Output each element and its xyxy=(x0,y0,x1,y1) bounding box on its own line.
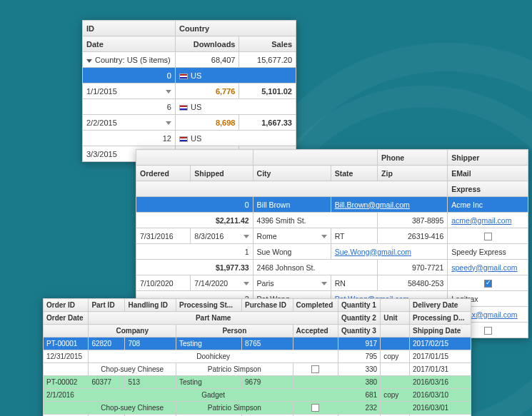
col[interactable]: Order ID xyxy=(44,299,89,312)
col-phone[interactable]: Phone xyxy=(378,150,448,166)
expand-icon[interactable] xyxy=(86,59,92,63)
table-row[interactable]: 12 US xyxy=(83,131,296,146)
table-row[interactable]: 7/31/2016 8/3/2016 Rome RT 26319-416 xyxy=(136,228,528,244)
col-shipper[interactable]: Shipper xyxy=(448,150,528,166)
group-downloads: 68,407 xyxy=(175,52,239,68)
flag-icon xyxy=(179,136,188,142)
table-row[interactable]: Chop-suey ChinesePatricio Simpson2322016… xyxy=(44,402,471,415)
email-link[interactable]: Sue.Wong@gmail.com xyxy=(335,248,411,256)
col-downloads[interactable]: Downloads xyxy=(175,36,239,52)
table-row[interactable]: 0 Bill Brown Bill.Brown@gmail.com Acme I… xyxy=(136,197,528,213)
col[interactable]: Quantity 1 xyxy=(338,299,380,312)
table-row[interactable]: 1/1/2015 6,776 5,101.02 xyxy=(83,83,296,99)
group-sales: 15,677.20 xyxy=(239,52,296,68)
col[interactable]: Order Date xyxy=(44,312,89,325)
email-link[interactable]: Bill.Brown@gmail.com xyxy=(335,201,410,209)
col[interactable]: Purchase ID xyxy=(242,299,293,312)
dropdown-icon[interactable] xyxy=(244,282,249,285)
dropdown-icon[interactable] xyxy=(321,282,327,285)
table-row[interactable]: 12/31/2015Doohickey795copy2017/01/15 xyxy=(44,350,471,363)
col[interactable]: Quantity 3 xyxy=(338,325,380,338)
col[interactable]: Processing D... xyxy=(410,312,471,325)
col-express[interactable]: Express xyxy=(448,181,528,197)
dropdown-icon[interactable] xyxy=(166,90,171,93)
col-state[interactable]: State xyxy=(331,166,377,181)
table-row[interactable]: Chop-suey ChinesePatricio Simpson3302017… xyxy=(44,363,471,376)
col-sales[interactable]: Sales xyxy=(239,36,296,52)
col[interactable] xyxy=(381,299,410,312)
dropdown-icon[interactable] xyxy=(244,235,249,238)
table-row[interactable]: 2/2/2015 8,698 1,667.33 xyxy=(83,115,296,131)
col-ordered[interactable]: Ordered xyxy=(136,166,191,181)
col-id[interactable]: ID xyxy=(83,21,176,36)
col[interactable]: Handling ID xyxy=(125,299,176,312)
accepted-checkbox[interactable] xyxy=(311,365,319,373)
table-row[interactable]: $1,977.33 2468 Johnson St. 970-7721 spee… xyxy=(136,260,528,275)
sales-grid[interactable]: ID Country Date Downloads Sales Country:… xyxy=(82,20,296,162)
express-checkbox[interactable] xyxy=(484,327,492,335)
table-row[interactable]: $2,211.42 4396 Smith St. 387-8895 acme@g… xyxy=(136,213,528,228)
col-city[interactable]: City xyxy=(253,166,331,181)
col[interactable]: Shipping Date xyxy=(410,325,471,338)
col[interactable]: Delivery Date xyxy=(410,299,471,312)
col[interactable]: Part Name xyxy=(89,312,338,325)
express-checkbox[interactable] xyxy=(484,233,492,240)
accepted-checkbox[interactable] xyxy=(311,404,319,412)
col[interactable]: Accepted xyxy=(293,325,338,338)
dropdown-icon[interactable] xyxy=(166,121,171,125)
table-row[interactable]: PT-0000260377513Testing96793802016/03/16 xyxy=(44,376,471,389)
group-row[interactable]: Country: US (5 items) 68,407 15,677.20 xyxy=(83,52,296,68)
table-row[interactable]: 1 Sue Wong Sue.Wong@gmail.com Speedy Exp… xyxy=(136,244,528,260)
dropdown-icon[interactable] xyxy=(321,235,327,238)
col-country[interactable]: Country xyxy=(175,21,296,36)
parts-grid[interactable]: Order ID Part ID Handling ID Processing … xyxy=(43,298,471,416)
table-row[interactable]: 2/1/2016Gadget681copy2016/03/10 xyxy=(44,389,471,402)
table-row[interactable]: 6 US xyxy=(83,99,296,115)
express-checkbox[interactable] xyxy=(484,280,492,288)
col-email[interactable]: EMail xyxy=(448,166,528,181)
col-shipped[interactable]: Shipped xyxy=(191,166,253,181)
table-row[interactable]: 7/10/2020 7/14/2020 Paris RN 58480-253 xyxy=(136,275,528,291)
col[interactable]: Part ID xyxy=(89,299,125,312)
col[interactable]: Company xyxy=(89,325,176,338)
flag-icon xyxy=(179,73,188,79)
col[interactable]: Quantity 2 xyxy=(338,312,380,325)
flag-icon xyxy=(179,105,188,111)
email-link[interactable]: acme@gmail.com xyxy=(451,216,511,225)
col[interactable]: Processing St... xyxy=(176,299,242,312)
col-date[interactable]: Date xyxy=(83,36,176,52)
table-row[interactable]: PT-0000162820708Testing87659172017/02/15 xyxy=(44,338,471,350)
col-zip[interactable]: Zip xyxy=(378,166,448,181)
col[interactable]: Completed xyxy=(293,299,338,312)
col[interactable]: Unit xyxy=(381,312,410,325)
email-link[interactable]: speedy@gmail.com xyxy=(451,263,517,272)
table-row[interactable]: 0 US xyxy=(83,68,296,83)
col[interactable]: Person xyxy=(176,325,293,338)
